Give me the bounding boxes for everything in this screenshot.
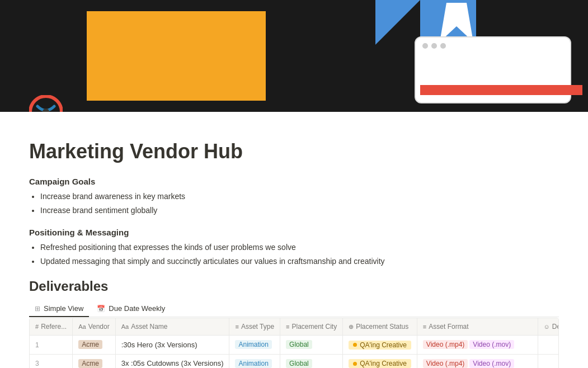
table-header-row: #Refere... AaVendor AaAsset Name ≡Asset …	[30, 318, 559, 336]
tab-due-date-label: Due Date Weekly	[109, 304, 165, 313]
format-tag: Video (.mov)	[469, 359, 514, 368]
cell-placement-city: Global	[280, 354, 343, 368]
campaign-goal-2: Increase brand sentiment globally	[40, 205, 559, 216]
table-row: 3 Acme 3x :05s Cutdowns (3x Versions) An…	[30, 354, 559, 368]
tab-due-date-weekly[interactable]: 📅 Due Date Weekly	[91, 301, 171, 317]
col-asset-format: ≡Asset Format	[417, 318, 538, 336]
col-placement-status: ⊕Placement Status	[343, 318, 417, 336]
deliverables-table: #Refere... AaVendor AaAsset Name ≡Asset …	[29, 318, 559, 368]
positioning-point-2: Updated messaging that simply and succin…	[40, 256, 559, 267]
campaign-goals-section: Campaign Goals Increase brand awareness …	[29, 177, 559, 216]
campaign-goals-list: Increase brand awareness in key markets …	[29, 191, 559, 216]
cell-asset-type: Animation	[229, 354, 280, 368]
positioning-list: Refreshed positioning that expresses the…	[29, 242, 559, 267]
col-vendor: AaVendor	[73, 318, 116, 336]
positioning-section: Positioning & Messaging Refreshed positi…	[29, 228, 559, 267]
hero-yellow-block	[87, 11, 266, 101]
cell-vendor: Acme	[73, 336, 116, 355]
cell-ref: 1	[30, 336, 73, 355]
hero-banner	[0, 0, 588, 112]
format-tag: Video (.mp4)	[423, 340, 468, 349]
grid-icon: ⊞	[35, 305, 40, 313]
page-title: Marketing Vendor Hub	[29, 140, 559, 163]
page-logo	[29, 95, 63, 112]
page-content: Marketing Vendor Hub Campaign Goals Incr…	[0, 112, 588, 368]
hero-red-bar	[420, 85, 582, 95]
col-asset-name: AaAsset Name	[115, 318, 229, 336]
city-tag: Global	[286, 340, 312, 349]
device-dot-2	[431, 43, 437, 49]
view-tabs: ⊞ Simple View 📅 Due Date Weekly	[29, 301, 559, 317]
cell-designer	[538, 336, 559, 355]
format-tag: Video (.mov)	[469, 340, 514, 349]
col-placement-city: ≡Placement City	[280, 318, 343, 336]
campaign-goal-1: Increase brand awareness in key markets	[40, 191, 559, 202]
col-asset-type: ≡Asset Type	[229, 318, 280, 336]
hero-triangle	[308, 0, 420, 112]
cell-placement-city: Global	[280, 336, 343, 355]
asset-name-text: 3x :05s Cutdowns (3x Versions)	[121, 359, 224, 367]
cell-designer	[538, 354, 559, 368]
deliverables-section: Deliverables ⊞ Simple View 📅 Due Date We…	[29, 279, 559, 368]
col-ref: #Refere...	[30, 318, 73, 336]
asset-type-tag: Animation	[235, 340, 271, 349]
campaign-goals-heading: Campaign Goals	[29, 177, 559, 186]
asset-name-text: :30s Hero (3x Versions)	[121, 341, 197, 349]
cell-asset-type: Animation	[229, 336, 280, 355]
cell-asset-format: Video (.mp4)Video (.mov)	[417, 354, 538, 368]
cell-placement-status: QA'ing Creative	[343, 336, 417, 355]
deliverables-title: Deliverables	[29, 279, 559, 294]
status-dot-icon	[353, 362, 357, 366]
city-tag: Global	[286, 359, 312, 368]
device-dot-1	[422, 43, 428, 49]
status-badge: QA'ing Creative	[349, 359, 411, 368]
tab-simple-view-label: Simple View	[44, 304, 83, 313]
table-row: 1 Acme :30s Hero (3x Versions) Animation…	[30, 336, 559, 355]
status-badge: QA'ing Creative	[349, 341, 411, 350]
vendor-tag: Acme	[78, 340, 102, 349]
cell-vendor: Acme	[73, 354, 116, 368]
cell-asset-name: :30s Hero (3x Versions)	[115, 336, 229, 355]
asset-type-tag: Animation	[235, 359, 271, 368]
calendar-icon: 📅	[97, 305, 105, 313]
cell-placement-status: QA'ing Creative	[343, 354, 417, 368]
positioning-point-1: Refreshed positioning that expresses the…	[40, 242, 559, 253]
vendor-tag: Acme	[78, 359, 102, 368]
cell-asset-name: 3x :05s Cutdowns (3x Versions)	[115, 354, 229, 368]
cell-ref: 3	[30, 354, 73, 368]
cell-asset-format: Video (.mp4)Video (.mov)	[417, 336, 538, 355]
status-dot-icon	[353, 343, 357, 347]
format-tag: Video (.mp4)	[423, 359, 468, 368]
device-dot-3	[440, 43, 446, 49]
tab-simple-view[interactable]: ⊞ Simple View	[29, 301, 89, 317]
col-designer: ☺Designe...	[538, 318, 559, 336]
positioning-heading: Positioning & Messaging	[29, 228, 559, 237]
